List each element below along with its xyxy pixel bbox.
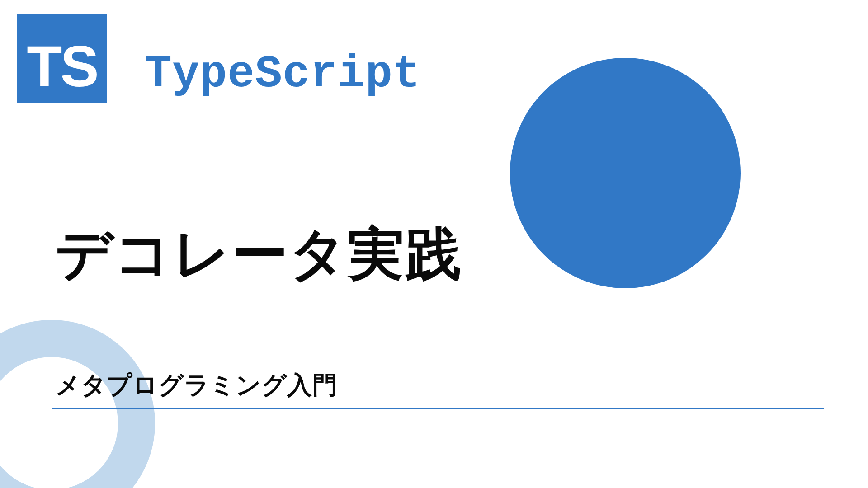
- decorative-circle: [510, 58, 741, 288]
- divider-line: [52, 408, 824, 409]
- decorative-ring: [0, 320, 155, 488]
- slide-title: デコレータ実践: [55, 217, 462, 293]
- brand-name: TypeScript: [145, 49, 420, 100]
- slide-subtitle: メタプログラミング入門: [55, 369, 338, 402]
- typescript-logo-text: TS: [27, 33, 97, 99]
- typescript-logo: TS: [17, 14, 107, 103]
